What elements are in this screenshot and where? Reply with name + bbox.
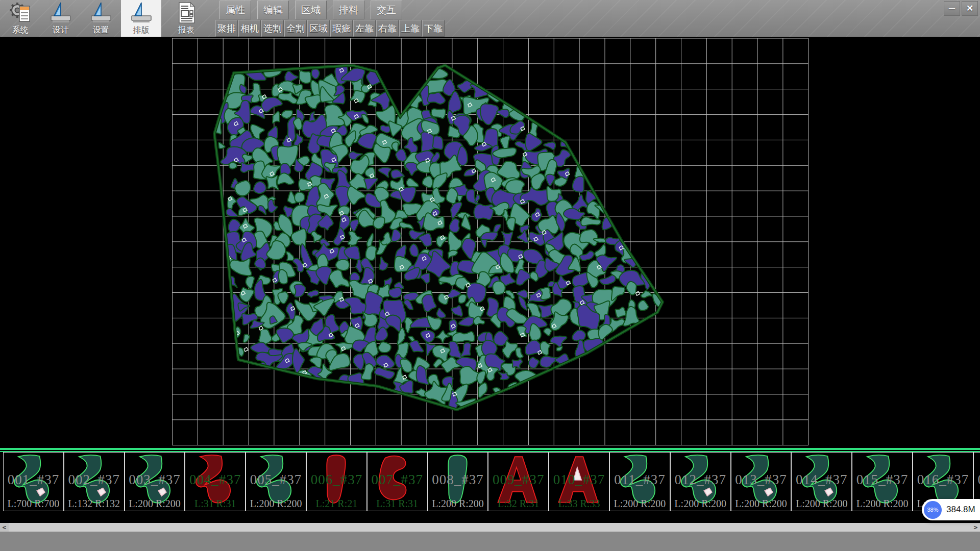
thumbnail-cell-14[interactable]: 014_#37L:200 R:200 [791, 452, 852, 511]
menu-button-2[interactable]: 编辑 [257, 1, 289, 19]
menu-button-3[interactable]: 区域 [295, 1, 327, 19]
thumbnail-cell-10[interactable]: 010_#37L:33 R:33 [549, 452, 609, 511]
piece-lr-label: L:200 R:200 [610, 498, 670, 510]
piece-lr-label: L:200 R:200 [428, 498, 488, 510]
thumbnail-cell-9[interactable]: 009_#37L:32 R:31 [488, 452, 549, 511]
report-doc-icon [175, 2, 198, 24]
thumbnail-cell-7[interactable]: 007_#37L:31 R:31 [367, 452, 428, 511]
main-tab-bar: 系统设计设置排版报表 [0, 0, 206, 37]
tool-button-4[interactable]: 全割 [284, 20, 307, 37]
menu-button-4[interactable]: 排料 [333, 1, 364, 19]
tab-report-label: 报表 [178, 26, 194, 35]
tab-layout-label: 排版 [133, 26, 150, 35]
progress-percent: 38% [927, 507, 938, 513]
menu-button-1[interactable]: 属性 [219, 1, 251, 19]
thumbnail-cell-15[interactable]: 015_#37L:200 R:200 [852, 452, 913, 511]
horizontal-scrollbar[interactable]: < > [0, 523, 980, 532]
tool-button-10[interactable]: 下靠 [422, 20, 445, 37]
piece-thumbnail-panel: 001_#37L:700 R:700002_#37L:132 R:132003_… [0, 448, 980, 523]
piece-name: 010_#37 [549, 472, 609, 488]
piece-name: 009_#37 [488, 472, 548, 488]
piece-name: 015_#37 [852, 472, 912, 488]
thumbnail-cell-1[interactable]: 001_#37L:700 R:700 [3, 452, 64, 511]
piece-name: 017_#37 [974, 472, 980, 488]
thumbnail-cell-3[interactable]: 003_#37L:200 R:200 [125, 452, 185, 511]
title-toolbar: 系统设计设置排版报表 属性编辑区域排料交互 聚排相机选割全割区域瑕疵左靠右靠上靠… [0, 0, 980, 37]
piece-name: 003_#37 [125, 472, 185, 488]
progress-circle: 38% [924, 501, 942, 519]
set-square-icon [89, 2, 113, 24]
piece-lr-label: L:200 R:200 [852, 498, 912, 510]
piece-name: 016_#37 [913, 472, 973, 488]
thumbnail-cell-8[interactable]: 008_#37L:200 R:200 [428, 452, 488, 511]
tool-button-2[interactable]: 相机 [238, 20, 261, 37]
piece-name: 008_#37 [428, 472, 488, 488]
piece-name: 011_#37 [610, 472, 670, 488]
tab-system-label: 系统 [12, 26, 29, 35]
thumbnail-cell-13[interactable]: 013_#37L:200 R:200 [731, 452, 792, 511]
tool-button-6[interactable]: 瑕疵 [330, 20, 353, 37]
piece-lr-label: L:21 R:21 [307, 498, 366, 510]
thumbnail-cell-5[interactable]: 005_#37L:200 R:200 [246, 452, 306, 511]
tab-layout[interactable]: 排版 [121, 0, 161, 37]
tool-button-3[interactable]: 选割 [261, 20, 284, 37]
piece-name: 012_#37 [671, 472, 730, 488]
piece-name: 013_#37 [731, 472, 791, 488]
thumbnail-cell-2[interactable]: 002_#37L:132 R:132 [64, 452, 125, 511]
application-window: 系统设计设置排版报表 属性编辑区域排料交互 聚排相机选割全割区域瑕疵左靠右靠上靠… [0, 0, 980, 551]
piece-lr-label: L:200 R:200 [125, 498, 185, 510]
scroll-left-arrow-icon[interactable]: < [0, 523, 9, 532]
piece-name: 001_#37 [4, 472, 63, 488]
tab-design-label: 设计 [53, 26, 69, 35]
piece-name: 004_#37 [185, 472, 245, 488]
tool-button-1[interactable]: 聚排 [215, 20, 238, 37]
thumbnail-list: 001_#37L:700 R:700002_#37L:132 R:132003_… [0, 452, 980, 512]
window-bottom-edge [0, 532, 980, 551]
menu-row: 属性编辑区域排料交互 [219, 1, 408, 19]
piece-name: 014_#37 [792, 472, 851, 488]
piece-lr-label: L:200 R:200 [731, 498, 791, 510]
thumbnail-cell-6[interactable]: 006_#37L:21 R:21 [306, 452, 367, 511]
piece-name: 005_#37 [246, 472, 306, 488]
progress-size: 384.8M [946, 505, 975, 515]
piece-lr-label: L:33 R:33 [549, 498, 609, 510]
piece-name: 002_#37 [64, 472, 124, 488]
piece-lr-label: L:200 R:200 [246, 498, 306, 510]
thumbnail-cell-11[interactable]: 011_#37L:200 R:200 [609, 452, 670, 511]
tab-design[interactable]: 设计 [40, 0, 81, 37]
tool-button-5[interactable]: 区域 [307, 20, 330, 37]
piece-lr-label: L:132 R:132 [64, 498, 124, 510]
nest-canvas[interactable] [0, 37, 980, 448]
tab-settings[interactable]: 设置 [81, 0, 121, 37]
thumbnail-cell-4[interactable]: 004_#37L:31 R:31 [185, 452, 246, 511]
window-controls: ─ ✕ [944, 1, 978, 16]
menu-button-5[interactable]: 交互 [371, 1, 402, 19]
piece-lr-label: L:31 R:31 [185, 498, 245, 510]
piece-name: 007_#37 [368, 472, 427, 488]
piece-name: 006_#37 [307, 472, 366, 488]
set-square-icon [130, 2, 153, 24]
piece-lr-label: L:31 R:31 [368, 498, 427, 510]
tab-system[interactable]: 系统 [0, 0, 40, 37]
scroll-right-arrow-icon[interactable]: > [971, 523, 980, 532]
tool-button-9[interactable]: 上靠 [399, 20, 422, 37]
tool-button-8[interactable]: 右靠 [376, 20, 399, 37]
tool-row: 聚排相机选割全割区域瑕疵左靠右靠上靠下靠 [215, 20, 445, 37]
tab-settings-label: 设置 [93, 26, 109, 35]
download-progress-pill[interactable]: 38% 384.8M [922, 499, 980, 520]
minimize-button[interactable]: ─ [944, 1, 960, 16]
panel-top-line [0, 448, 980, 450]
piece-lr-label: L:700 R:700 [4, 498, 63, 510]
tab-report[interactable]: 报表 [166, 0, 206, 37]
piece-lr-label: L:200 R:200 [671, 498, 730, 510]
tool-button-7[interactable]: 左靠 [353, 20, 376, 37]
gear-doc-icon [9, 2, 32, 23]
set-square-icon [49, 2, 72, 24]
piece-lr-label: L:32 R:31 [488, 498, 548, 510]
close-button[interactable]: ✕ [962, 1, 978, 16]
piece-lr-label: L:200 R:200 [792, 498, 851, 510]
thumbnail-cell-12[interactable]: 012_#37L:200 R:200 [670, 452, 731, 511]
